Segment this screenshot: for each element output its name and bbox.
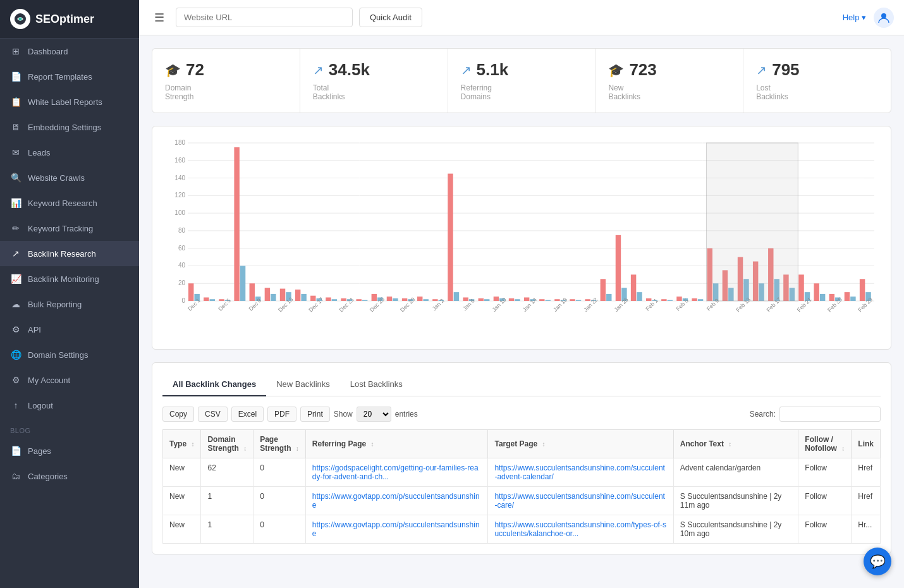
copy-button[interactable]: Copy xyxy=(162,407,194,422)
sidebar-item-label: API xyxy=(28,325,41,334)
tab-all-backlink-changes[interactable]: All Backlink Changes xyxy=(162,373,266,396)
sidebar-item-label: Backlink Monitoring xyxy=(28,274,99,284)
table-section: All Backlink Changes New Backlinks Lost … xyxy=(152,362,891,554)
total-backlinks-icon: ↗ xyxy=(313,63,324,78)
bar-chart xyxy=(162,137,881,339)
entries-select[interactable]: 20 10 50 100 xyxy=(357,407,391,422)
hamburger-button[interactable]: ☰ xyxy=(149,8,169,27)
print-button[interactable]: Print xyxy=(300,407,330,422)
quick-audit-button[interactable]: Quick Audit xyxy=(359,8,422,27)
csv-button[interactable]: CSV xyxy=(198,407,228,422)
cell-target-page[interactable]: https://www.succulentsandsunshine.com/ty… xyxy=(488,515,673,544)
sidebar-item-keyword-research[interactable]: 📊 Keyword Research xyxy=(0,190,139,216)
col-anchor-text[interactable]: Anchor Text ↕ xyxy=(673,430,798,458)
total-backlinks-value: 34.5k xyxy=(329,60,370,80)
sidebar-item-label: Bulk Reporting xyxy=(28,300,82,309)
excel-button[interactable]: Excel xyxy=(231,407,264,422)
sidebar-item-embedding-settings[interactable]: 🖥 Embedding Settings xyxy=(0,114,139,140)
chat-button[interactable]: 💬 xyxy=(864,548,891,575)
search-label: Search: xyxy=(750,410,776,419)
backlink-research-icon: ↗ xyxy=(10,248,21,259)
website-crawls-icon: 🔍 xyxy=(10,172,21,183)
cell-referring-page[interactable]: https://www.govtapp.com/p/succulentsands… xyxy=(305,487,488,515)
stat-new-backlinks: 🎓 723 NewBacklinks xyxy=(596,49,743,113)
svg-point-2 xyxy=(881,13,886,18)
domain-strength-value: 72 xyxy=(186,60,204,80)
col-referring-page[interactable]: Referring Page ↕ xyxy=(305,430,488,458)
sidebar-logo[interactable]: SEOptimer xyxy=(0,0,139,39)
cell-page-strength: 0 xyxy=(253,487,306,515)
table-row: New 62 0 https://godspacelight.com/getti… xyxy=(163,458,881,487)
chart-wrap xyxy=(162,137,881,339)
main-content: ☰ Quick Audit Help ▾ 🎓 72 DomainStrength xyxy=(139,0,904,588)
dashboard-icon: ⊞ xyxy=(10,46,21,57)
sidebar-item-leads[interactable]: ✉ Leads xyxy=(0,140,139,165)
cell-type: New xyxy=(163,515,201,544)
sidebar-item-pages[interactable]: 📄 Pages xyxy=(0,438,139,463)
sidebar-item-domain-settings[interactable]: 🌐 Domain Settings xyxy=(0,342,139,367)
sidebar-item-website-crawls[interactable]: 🔍 Website Crawls xyxy=(0,165,139,190)
new-backlinks-value: 723 xyxy=(629,60,656,80)
col-link[interactable]: Link xyxy=(852,430,881,458)
chart-container xyxy=(152,126,891,350)
sidebar-item-my-account[interactable]: ⚙ My Account xyxy=(0,367,139,393)
col-domain-strength[interactable]: DomainStrength ↕ xyxy=(201,430,253,458)
search-input[interactable] xyxy=(779,407,881,422)
sidebar-item-api[interactable]: ⚙ API xyxy=(0,317,139,342)
sidebar-item-label: Backlink Research xyxy=(28,249,96,259)
pages-icon: 📄 xyxy=(10,445,21,456)
cell-target-page[interactable]: https://www.succulentsandsunshine.com/su… xyxy=(488,458,673,487)
cell-domain-strength: 1 xyxy=(201,487,253,515)
cell-referring-page[interactable]: https://godspacelight.com/getting-our-fa… xyxy=(305,458,488,487)
sidebar-item-white-label-reports[interactable]: 📋 White Label Reports xyxy=(0,89,139,114)
cell-anchor-text: Advent calendar/garden xyxy=(673,458,798,487)
cell-target-page[interactable]: https://www.succulentsandsunshine.com/su… xyxy=(488,487,673,515)
help-button[interactable]: Help ▾ xyxy=(843,13,866,22)
sidebar-item-label: Keyword Tracking xyxy=(28,224,93,233)
sidebar-item-backlink-monitoring[interactable]: 📈 Backlink Monitoring xyxy=(0,266,139,291)
cell-referring-page[interactable]: https://www.govtapp.com/p/succulentsands… xyxy=(305,515,488,544)
sidebar-item-label: Logout xyxy=(28,401,53,410)
sidebar-item-report-templates[interactable]: 📄 Report Templates xyxy=(0,64,139,89)
col-type[interactable]: Type ↕ xyxy=(163,430,201,458)
tab-new-backlinks[interactable]: New Backlinks xyxy=(266,373,340,396)
table-row: New 1 0 https://www.govtapp.com/p/succul… xyxy=(163,487,881,515)
url-input[interactable] xyxy=(176,8,353,27)
new-backlinks-label: NewBacklinks xyxy=(608,83,730,101)
lost-backlinks-value: 795 xyxy=(772,60,799,80)
cell-type: New xyxy=(163,458,201,487)
cell-link: Href xyxy=(852,458,881,487)
sidebar-item-keyword-tracking[interactable]: ✏ Keyword Tracking xyxy=(0,216,139,241)
content-area: 🎓 72 DomainStrength ↗ 34.5k TotalBacklin… xyxy=(139,35,904,588)
col-page-strength[interactable]: PageStrength ↕ xyxy=(253,430,306,458)
sidebar-item-logout[interactable]: ↑ Logout xyxy=(0,393,139,418)
domain-settings-icon: 🌐 xyxy=(10,349,21,360)
table-controls: Copy CSV Excel PDF Print Show 20 10 50 1… xyxy=(162,407,881,422)
white-label-icon: 📋 xyxy=(10,96,21,107)
sidebar-item-backlink-research[interactable]: ↗ Backlink Research xyxy=(0,241,139,266)
logout-icon: ↑ xyxy=(10,400,21,411)
user-avatar-button[interactable] xyxy=(874,8,894,28)
tab-lost-backlinks[interactable]: Lost Backlinks xyxy=(340,373,413,396)
api-icon: ⚙ xyxy=(10,324,21,335)
col-follow[interactable]: Follow /Nofollow ↕ xyxy=(798,430,852,458)
sidebar-item-label: Domain Settings xyxy=(28,350,88,360)
sidebar-item-bulk-reporting[interactable]: ☁ Bulk Reporting xyxy=(0,291,139,317)
cell-follow: Follow xyxy=(798,487,852,515)
sidebar-item-dashboard[interactable]: ⊞ Dashboard xyxy=(0,39,139,64)
blog-section-label: Blog xyxy=(0,418,139,438)
keyword-tracking-icon: ✏ xyxy=(10,223,21,234)
table-row: New 1 0 https://www.govtapp.com/p/succul… xyxy=(163,515,881,544)
domain-strength-label: DomainStrength xyxy=(165,83,287,101)
stat-referring-domains: ↗ 5.1k ReferringDomains xyxy=(448,49,596,113)
col-target-page[interactable]: Target Page ↕ xyxy=(488,430,673,458)
pdf-button[interactable]: PDF xyxy=(267,407,296,422)
my-account-icon: ⚙ xyxy=(10,374,21,386)
cell-follow: Follow xyxy=(798,515,852,544)
sidebar-item-categories[interactable]: 🗂 Categories xyxy=(0,463,139,489)
logo-text: SEOptimer xyxy=(35,13,94,26)
stat-header: 🎓 72 xyxy=(165,60,287,80)
table-body: New 62 0 https://godspacelight.com/getti… xyxy=(163,458,881,544)
data-table: Type ↕ DomainStrength ↕ PageStrength ↕ R… xyxy=(162,429,881,544)
backlink-monitoring-icon: 📈 xyxy=(10,273,21,285)
